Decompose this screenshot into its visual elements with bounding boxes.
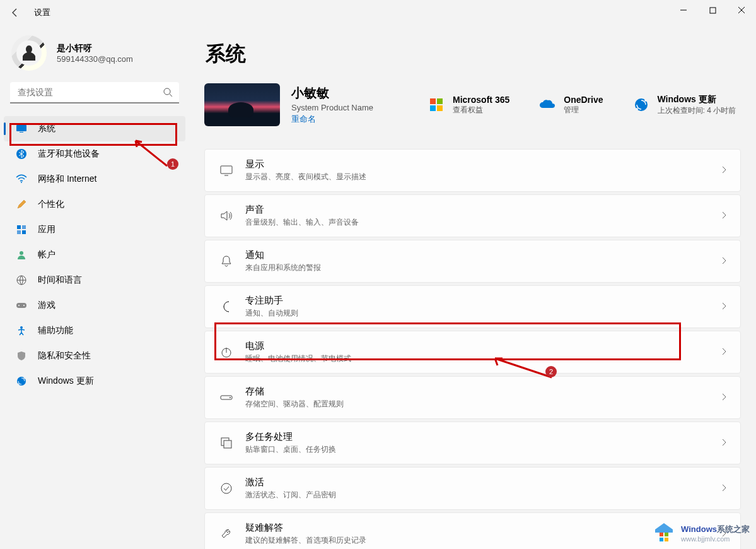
window-title: 设置 bbox=[34, 7, 50, 18]
user-block[interactable]: 是小轩呀 599144330@qq.com bbox=[0, 25, 189, 82]
card-title: 声音 bbox=[245, 204, 720, 216]
sidebar-item-accounts[interactable]: 帐户 bbox=[4, 242, 185, 268]
accessibility-icon bbox=[15, 324, 28, 337]
annotation-badge-2: 2 bbox=[545, 366, 557, 377]
back-button[interactable] bbox=[5, 3, 25, 23]
watermark-logo-icon bbox=[652, 521, 676, 545]
close-icon bbox=[738, 6, 745, 14]
svg-rect-28 bbox=[224, 440, 231, 448]
sidebar-item-time-language[interactable]: 时间和语言 bbox=[4, 268, 185, 293]
tile-title: Microsoft 365 bbox=[453, 95, 509, 105]
svg-rect-23 bbox=[221, 166, 232, 174]
svg-point-14 bbox=[18, 305, 20, 306]
update-icon bbox=[15, 375, 28, 387]
card-sound[interactable]: 声音音量级别、输出、输入、声音设备 bbox=[204, 194, 741, 237]
card-storage[interactable]: 存储存储空间、驱动器、配置规则 bbox=[204, 376, 741, 419]
sidebar-item-label: 游戏 bbox=[38, 300, 55, 311]
sidebar-item-privacy[interactable]: 隐私和安全性 bbox=[4, 343, 185, 369]
svg-rect-13 bbox=[16, 303, 26, 308]
watermark-suffix: 系统之家 bbox=[717, 524, 750, 534]
card-title: 电源 bbox=[245, 340, 720, 352]
sidebar-item-system[interactable]: 系统 bbox=[4, 116, 185, 141]
sidebar-item-label: 蓝牙和其他设备 bbox=[38, 148, 100, 160]
minimize-icon bbox=[680, 6, 687, 14]
sidebar-item-windows-update[interactable]: Windows 更新 bbox=[4, 369, 185, 394]
titlebar: 设置 bbox=[0, 0, 756, 25]
sidebar-item-personalization[interactable]: 个性化 bbox=[4, 192, 185, 217]
svg-rect-20 bbox=[430, 105, 436, 111]
card-sub: 睡眠、电池使用情况、节电模式 bbox=[245, 353, 720, 364]
card-power[interactable]: 电源睡眠、电池使用情况、节电模式 bbox=[204, 331, 741, 374]
svg-point-2 bbox=[164, 88, 170, 95]
activate-icon bbox=[218, 482, 235, 495]
chevron-right-icon bbox=[720, 392, 728, 403]
maximize-button[interactable] bbox=[698, 0, 727, 20]
card-title: 疑难解答 bbox=[245, 522, 720, 534]
card-notifications[interactable]: 通知来自应用和系统的警报 bbox=[204, 240, 741, 283]
svg-point-11 bbox=[20, 251, 23, 255]
tile-title: OneDrive bbox=[564, 95, 603, 105]
card-display[interactable]: 显示显示器、亮度、夜间模式、显示描述 bbox=[204, 149, 741, 192]
onedrive-icon bbox=[538, 97, 556, 112]
sidebar-item-label: 应用 bbox=[38, 224, 55, 235]
svg-rect-33 bbox=[665, 538, 668, 541]
annotation-badge-1: 1 bbox=[167, 158, 178, 170]
tile-microsoft-365[interactable]: Microsoft 365 查看权益 bbox=[427, 94, 509, 116]
sidebar-item-label: 个性化 bbox=[38, 199, 64, 210]
minimize-button[interactable] bbox=[669, 0, 698, 20]
card-title: 多任务处理 bbox=[245, 431, 720, 443]
card-sub: 建议的疑难解答、首选项和历史记录 bbox=[245, 535, 720, 546]
close-button[interactable] bbox=[727, 0, 756, 20]
apps-icon bbox=[15, 223, 28, 236]
card-title: 专注助手 bbox=[245, 295, 720, 307]
svg-point-15 bbox=[23, 305, 25, 306]
chevron-right-icon bbox=[720, 483, 728, 494]
sidebar-item-label: 隐私和安全性 bbox=[38, 350, 91, 362]
watermark-url: www.bjjmlv.com bbox=[681, 535, 750, 543]
desktop-thumbnail bbox=[204, 83, 280, 126]
sidebar: 是小轩呀 599144330@qq.com 系统 蓝牙和其他设备 网络和 Int… bbox=[0, 25, 189, 549]
pc-name: 小敏敏 bbox=[291, 85, 386, 102]
card-sub: 来自应用和系统的警报 bbox=[245, 263, 720, 273]
svg-rect-4 bbox=[20, 132, 23, 133]
shield-icon bbox=[15, 350, 28, 362]
tile-title: Windows 更新 bbox=[658, 94, 736, 105]
moon-icon bbox=[218, 300, 235, 313]
sidebar-item-bluetooth[interactable]: 蓝牙和其他设备 bbox=[4, 141, 185, 167]
svg-point-6 bbox=[21, 182, 22, 183]
chevron-right-icon bbox=[720, 256, 728, 267]
multitask-icon bbox=[218, 437, 235, 449]
svg-rect-18 bbox=[430, 98, 436, 104]
chevron-right-icon bbox=[720, 346, 728, 358]
tile-windows-update[interactable]: Windows 更新 上次检查时间: 4 小时前 bbox=[632, 94, 736, 116]
user-email: 599144330@qq.com bbox=[57, 54, 133, 64]
svg-point-29 bbox=[221, 483, 231, 493]
card-activation[interactable]: 激活激活状态、订阅、产品密钥 bbox=[204, 467, 741, 510]
person-icon bbox=[15, 249, 28, 261]
sidebar-item-network[interactable]: 网络和 Internet bbox=[4, 167, 185, 192]
card-multitasking[interactable]: 多任务处理贴靠窗口、桌面、任务切换 bbox=[204, 422, 741, 464]
chevron-right-icon bbox=[720, 210, 728, 221]
chevron-right-icon bbox=[720, 301, 728, 312]
svg-rect-30 bbox=[660, 533, 663, 536]
search-input[interactable] bbox=[10, 82, 179, 103]
globe-icon bbox=[15, 274, 28, 286]
sidebar-item-label: 时间和语言 bbox=[38, 274, 82, 286]
tile-sub: 上次检查时间: 4 小时前 bbox=[658, 105, 736, 116]
main-content: 系统 小敏敏 System Product Name 重命名 Microsoft… bbox=[189, 25, 756, 549]
trouble-icon bbox=[218, 528, 235, 540]
card-focus-assist[interactable]: 专注助手通知、自动规则 bbox=[204, 285, 741, 328]
svg-rect-32 bbox=[660, 538, 663, 541]
power-icon bbox=[218, 346, 235, 358]
sidebar-item-label: 网络和 Internet bbox=[38, 174, 96, 185]
bell-icon bbox=[218, 255, 235, 268]
nav: 系统 蓝牙和其他设备 网络和 Internet 个性化 应用 帐户 bbox=[0, 116, 189, 394]
sidebar-item-apps[interactable]: 应用 bbox=[4, 217, 185, 242]
tile-onedrive[interactable]: OneDrive 管理 bbox=[538, 94, 603, 116]
svg-rect-0 bbox=[710, 8, 716, 13]
sidebar-item-accessibility[interactable]: 辅助功能 bbox=[4, 318, 185, 343]
rename-link[interactable]: 重命名 bbox=[291, 114, 386, 125]
ms365-icon bbox=[427, 97, 445, 112]
window-controls bbox=[669, 0, 756, 20]
sidebar-item-gaming[interactable]: 游戏 bbox=[4, 293, 185, 318]
